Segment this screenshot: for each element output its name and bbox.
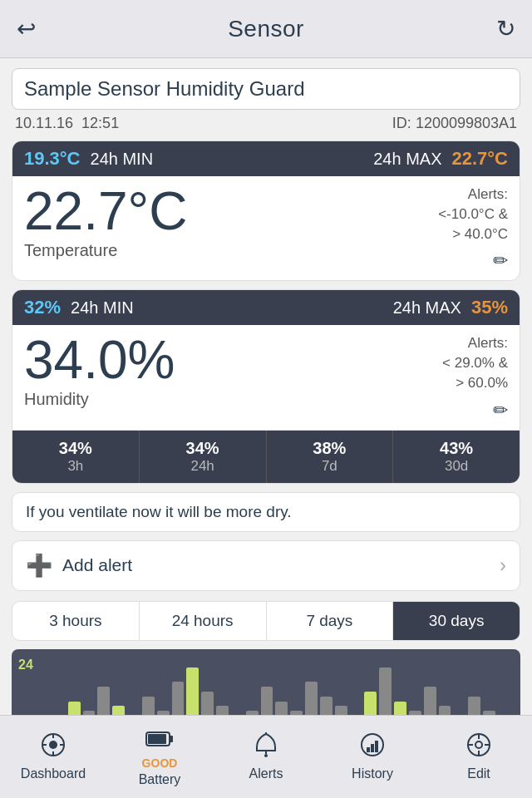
sensor-id: ID: 1200099803A1 — [392, 115, 517, 132]
svg-point-10 — [264, 754, 268, 757]
avg-period: 7d — [270, 458, 390, 475]
add-alert-button[interactable]: ➕ Add alert › — [12, 540, 520, 591]
avg-period: 24h — [143, 458, 263, 475]
svg-point-17 — [475, 741, 482, 748]
humidity-main: 34.0% Humidity — [24, 333, 442, 421]
humidity-alerts-text: Alerts: < 29.0% & > 60.0% — [442, 333, 508, 392]
humidity-min-val: 32% — [24, 297, 61, 318]
battery-sublabel: GOOD — [142, 757, 178, 769]
time-tab[interactable]: 7 days — [267, 602, 394, 640]
temperature-body: 22.7°C Temperature Alerts: <-10.0°C & > … — [12, 176, 520, 280]
temp-min-label: 24h MIN — [91, 150, 374, 169]
battery-icon — [145, 727, 174, 754]
edit-label: Edit — [467, 766, 490, 781]
svg-rect-7 — [148, 734, 166, 744]
temp-min-val: 19.3°C — [24, 148, 81, 170]
temperature-card: 19.3°C 24h MIN 24h MAX 22.7°C 22.7°C Tem… — [12, 140, 520, 281]
humidity-max-label: 24h MAX — [393, 298, 461, 318]
humidity-edit-button[interactable]: ✏ — [493, 400, 508, 421]
history-icon — [360, 732, 385, 763]
humidity-body: 34.0% Humidity Alerts: < 29.0% & > 60.0%… — [12, 325, 520, 429]
sensor-datetime: 10.11.16 12:51 — [15, 115, 119, 132]
svg-rect-15 — [375, 741, 378, 752]
avg-period: 3h — [16, 458, 135, 475]
back-button[interactable]: ↩ — [17, 15, 36, 42]
humidity-label: Humidity — [24, 390, 442, 409]
temp-max-label: 24h MAX — [373, 150, 441, 169]
humidity-card: 32% 24h MIN 24h MAX 35% 34.0% Humidity A… — [12, 289, 520, 483]
dashboard-icon — [41, 732, 66, 763]
avg-cell: 38%7d — [267, 431, 394, 483]
avg-cell: 34%24h — [140, 431, 267, 483]
nav-item-battery[interactable]: GOODBattery — [106, 716, 213, 798]
dashboard-label: Dashboard — [21, 766, 86, 781]
temperature-main: 22.7°C Temperature — [24, 185, 438, 272]
alerts-icon — [254, 732, 278, 763]
time-period-tabs: 3 hours24 hours7 days30 days — [12, 601, 520, 641]
avg-value: 34% — [16, 439, 135, 458]
main-content: Sample Sensor Humidity Guard 10.11.16 12… — [0, 58, 532, 732]
edit-icon — [466, 732, 491, 763]
humidity-header: 32% 24h MIN 24h MAX 35% — [12, 290, 520, 325]
chevron-right-icon: › — [500, 554, 506, 577]
avg-value: 34% — [143, 439, 263, 458]
humidity-averages: 34%3h34%24h38%7d43%30d — [12, 430, 520, 483]
humidity-max-val: 35% — [471, 297, 508, 318]
svg-rect-13 — [367, 747, 370, 752]
temperature-alerts-text: Alerts: <-10.0°C & > 40.0°C — [438, 185, 508, 244]
temperature-edit-button[interactable]: ✏ — [493, 250, 508, 272]
nav-item-edit[interactable]: Edit — [426, 716, 532, 798]
ventilation-message: If you ventilate now it will be more dry… — [12, 492, 520, 532]
avg-period: 30d — [397, 458, 516, 475]
history-label: History — [352, 766, 393, 781]
avg-value: 38% — [270, 439, 390, 458]
add-alert-icon: ➕ — [26, 553, 52, 579]
humidity-current: 34.0% — [24, 333, 442, 387]
temperature-header: 19.3°C 24h MIN 24h MAX 22.7°C — [12, 141, 520, 176]
avg-cell: 43%30d — [393, 431, 520, 483]
sensor-meta: 10.11.16 12:51 ID: 1200099803A1 — [12, 115, 520, 132]
humidity-alerts: Alerts: < 29.0% & > 60.0% ✏ — [442, 333, 508, 421]
alerts-label: Alerts — [249, 766, 283, 781]
temperature-current: 22.7°C — [24, 185, 438, 238]
bottom-navigation: DashboardGOODBatteryAlertsHistoryEdit — [0, 715, 532, 798]
svg-rect-8 — [170, 736, 173, 742]
nav-item-history[interactable]: History — [319, 716, 426, 798]
temperature-label: Temperature — [24, 241, 438, 260]
page-title: Sensor — [228, 16, 304, 42]
sensor-name: Sample Sensor Humidity Guard — [12, 68, 520, 110]
nav-item-alerts[interactable]: Alerts — [213, 716, 319, 798]
svg-point-1 — [49, 741, 57, 749]
svg-rect-14 — [371, 744, 374, 752]
app-header: ↩ Sensor ↻ — [0, 0, 532, 58]
refresh-button[interactable]: ↻ — [496, 15, 515, 42]
chart-y-label: 24 — [18, 658, 33, 672]
time-tab[interactable]: 24 hours — [140, 602, 267, 640]
humidity-min-label: 24h MIN — [71, 298, 393, 318]
temp-max-val: 22.7°C — [451, 148, 508, 170]
battery-label: Battery — [139, 772, 181, 787]
nav-item-dashboard[interactable]: Dashboard — [0, 716, 106, 798]
add-alert-label: Add alert — [62, 555, 500, 575]
temperature-alerts: Alerts: <-10.0°C & > 40.0°C ✏ — [438, 185, 508, 272]
time-tab[interactable]: 30 days — [393, 602, 520, 640]
time-tab[interactable]: 3 hours — [12, 602, 140, 640]
avg-cell: 34%3h — [12, 431, 140, 483]
avg-value: 43% — [397, 439, 516, 458]
